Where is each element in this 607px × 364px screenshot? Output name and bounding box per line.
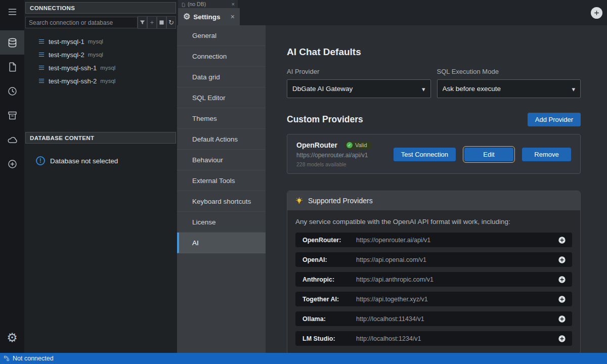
archive-icon[interactable] (0, 103, 24, 127)
settings-menu-ai[interactable]: AI (177, 233, 266, 253)
settings-menu-sql-editor[interactable]: SQL Editor (177, 87, 266, 108)
connection-engine: mysql (100, 65, 115, 71)
settings-menu-data-grid[interactable]: Data grid (177, 67, 266, 87)
ai-provider-select-wrap: DbGate AI Gateway (287, 79, 431, 98)
settings-menu-default-actions[interactable]: Default Actions (177, 129, 266, 150)
search-input[interactable] (25, 17, 138, 28)
add-provider-row-icon[interactable] (558, 295, 566, 303)
connection-engine: mysql (88, 38, 103, 44)
settings-tab-gear-icon (183, 13, 190, 21)
settings-menu-themes[interactable]: Themes (177, 108, 266, 129)
settings-menu-behaviour[interactable]: Behaviour (177, 150, 266, 170)
connections-icon[interactable] (0, 30, 24, 55)
connection-name: test-mysql-ssh-1 (49, 64, 97, 72)
history-icon[interactable] (0, 79, 24, 103)
db-group-icon (181, 2, 186, 7)
provider-actions: Test Connection Edit Remove (394, 141, 571, 167)
add-connection-icon[interactable] (0, 152, 24, 176)
add-provider-row-icon[interactable] (558, 335, 566, 343)
add-provider-row-icon[interactable] (558, 315, 566, 323)
db-group-label: (no DB) (188, 1, 206, 7)
settings-menu-license[interactable]: License (177, 212, 266, 233)
sql-execution-field: SQL Execution Mode Ask before execute (437, 68, 581, 98)
sql-execution-label: SQL Execution Mode (437, 68, 581, 75)
provider-models-info: 228 models available (296, 161, 372, 167)
connections-search-row (24, 14, 177, 31)
provider-name-row: OpenRouter Valid (296, 141, 372, 149)
supported-providers-header: Supported Providers (287, 191, 580, 210)
database-empty-state: Database not selected (24, 156, 177, 165)
supported-provider-row: OpenRouter: https://openrouter.ai/api/v1 (295, 233, 572, 247)
provider-url: https://openrouter.ai/api/v1 (296, 152, 372, 159)
connections-title: CONNECTIONS (30, 5, 75, 11)
database-content-header: DATABASE CONTENT (25, 132, 176, 144)
provider-info: OpenRouter Valid https://openrouter.ai/a… (296, 141, 372, 167)
collapse-icon[interactable] (157, 16, 166, 29)
add-provider-row-icon[interactable] (558, 276, 566, 284)
settings-gear-icon[interactable] (0, 326, 24, 350)
supported-provider-row: Ollama: http://localhost:11434/v1 (295, 311, 572, 326)
check-icon (346, 142, 353, 148)
connections-header: CONNECTIONS (25, 2, 176, 14)
test-connection-button[interactable]: Test Connection (394, 148, 456, 161)
connection-name: test-mysql-1 (49, 38, 84, 46)
new-tab-icon[interactable] (591, 7, 602, 19)
add-connection-small-icon[interactable] (147, 16, 157, 29)
supported-provider-name: Together AI: (302, 296, 356, 303)
connection-item[interactable]: test-mysql-1 mysql (24, 35, 177, 48)
add-provider-row-icon[interactable] (558, 236, 566, 244)
supported-provider-url: https://openrouter.ai/api/v1 (356, 237, 430, 244)
settings-menu-connection[interactable]: Connection (177, 46, 266, 67)
tab-settings[interactable]: Settings × (178, 8, 240, 25)
cloud-icon[interactable] (0, 127, 24, 152)
supported-provider-row: OpenAI: https://api.openai.com/v1 (295, 252, 572, 267)
ai-provider-select[interactable]: DbGate AI Gateway (287, 79, 431, 98)
edit-button[interactable]: Edit (464, 148, 513, 161)
left-panel: CONNECTIONS test-mysql-1 mysql test-mysq… (24, 0, 177, 353)
ai-provider-label: AI Provider (287, 68, 431, 75)
db-group-tab[interactable]: (no DB) × (178, 0, 238, 8)
connection-name: test-mysql-2 (49, 51, 84, 59)
connections-list: test-mysql-1 mysql test-mysql-2 mysql te… (24, 31, 177, 87)
menu-icon[interactable] (0, 0, 24, 23)
settings-menu-keyboard-shortcuts[interactable]: Keyboard shortcuts (177, 191, 266, 212)
files-icon[interactable] (0, 55, 24, 79)
supported-provider-name: Ollama: (302, 315, 356, 323)
supported-providers-body: Any service compatible with the OpenAI A… (287, 210, 580, 353)
connection-item[interactable]: test-mysql-ssh-1 mysql (24, 61, 177, 74)
ai-provider-field: AI Provider DbGate AI Gateway (287, 68, 431, 98)
close-settings-tab-icon[interactable]: × (231, 13, 235, 21)
sql-execution-select[interactable]: Ask before execute (437, 79, 581, 98)
supported-provider-url: http://localhost:11434/v1 (356, 315, 424, 323)
connection-engine: mysql (100, 78, 115, 84)
supported-provider-name: LM Studio: (302, 335, 356, 342)
add-provider-row-icon[interactable] (558, 256, 566, 264)
custom-providers-title: Custom Providers (287, 114, 363, 125)
connection-item[interactable]: test-mysql-ssh-2 mysql (24, 74, 177, 87)
close-db-group-icon[interactable]: × (232, 1, 235, 7)
supported-provider-url: http://localhost:1234/v1 (356, 335, 421, 342)
database-item-icon (38, 51, 45, 58)
database-content-title: DATABASE CONTENT (30, 135, 94, 141)
status-bar: Not connected (0, 353, 607, 364)
custom-providers-section-header: Custom Providers Add Provider (287, 113, 581, 126)
connection-item[interactable]: test-mysql-2 mysql (24, 48, 177, 61)
database-item-icon (38, 77, 45, 84)
settings-menu-general[interactable]: General (177, 25, 266, 46)
supported-provider-name: Anthropic: (302, 276, 356, 283)
supported-provider-row: LM Studio: http://localhost:1234/v1 (295, 331, 572, 346)
supported-provider-row: Together AI: https://api.together.xyz/v1 (295, 292, 572, 306)
status-text: Not connected (13, 355, 54, 362)
settings-menu-external-tools[interactable]: External Tools (177, 170, 266, 191)
filter-icon[interactable] (138, 16, 147, 29)
sql-execution-select-wrap: Ask before execute (437, 79, 581, 98)
refresh-icon[interactable] (166, 16, 176, 29)
add-provider-button[interactable]: Add Provider (528, 113, 581, 126)
lightbulb-icon (295, 197, 303, 205)
supported-providers-description: Any service compatible with the OpenAI A… (295, 218, 572, 225)
provider-name: OpenRouter (296, 141, 337, 149)
remove-button[interactable]: Remove (522, 148, 571, 161)
supported-providers-panel: Supported Providers Any service compatib… (287, 191, 581, 353)
supported-provider-name: OpenRouter: (302, 237, 356, 244)
tab-header: (no DB) × Settings × (177, 0, 607, 25)
